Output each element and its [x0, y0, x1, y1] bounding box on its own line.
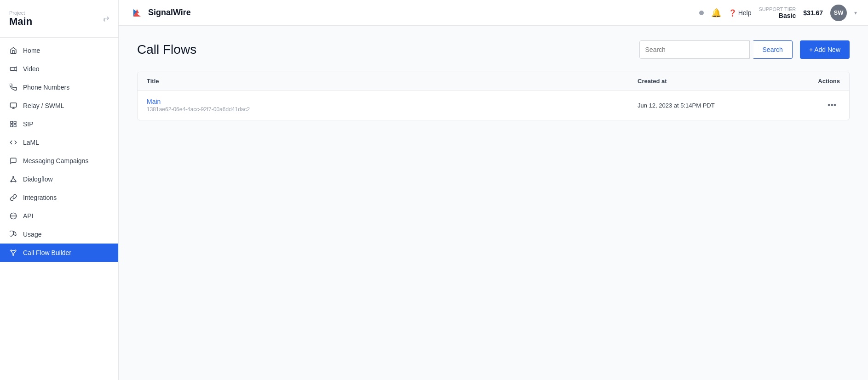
column-actions: Actions	[785, 78, 840, 85]
signalwire-logo-svg	[130, 6, 144, 20]
switch-project-icon[interactable]: ⇄	[103, 14, 109, 23]
sidebar-item-phone-numbers[interactable]: Phone Numbers	[0, 78, 118, 96]
table-header: Title Created at Actions	[138, 72, 849, 91]
table-row: Main 1381ae62-06e4-4acc-92f7-00a6dd41dac…	[138, 91, 849, 120]
header-actions: Search + Add New	[639, 40, 850, 59]
svg-rect-8	[14, 125, 16, 127]
help-circle-icon: ❓	[729, 9, 736, 17]
integrations-icon	[9, 193, 17, 202]
svg-point-17	[13, 254, 14, 255]
sidebar-item-sip[interactable]: SIP	[0, 115, 118, 133]
svg-rect-0	[10, 68, 15, 71]
sidebar-item-call-flow-builder[interactable]: Call Flow Builder	[0, 244, 118, 262]
row-title-cell: Main 1381ae62-06e4-4acc-92f7-00a6dd41dac…	[147, 98, 638, 113]
sidebar-item-dialogflow[interactable]: Dialogflow	[0, 170, 118, 188]
sidebar-item-label: Relay / SWML	[23, 102, 64, 109]
sidebar-item-label: SIP	[23, 120, 34, 128]
svg-marker-1	[15, 67, 17, 71]
row-actions: •••	[785, 99, 840, 112]
search-input-wrap	[639, 40, 750, 59]
main-area: SignalWire 🔔 ❓ Help SUPPORT TIER Basic $…	[119, 0, 868, 380]
sidebar-item-label: Call Flow Builder	[23, 249, 71, 256]
sidebar-item-label: Video	[23, 65, 40, 73]
page-title: Call Flows	[137, 42, 196, 57]
sidebar-item-video[interactable]: Video	[0, 60, 118, 78]
home-icon	[9, 46, 17, 55]
svg-line-13	[13, 178, 16, 181]
project-info: Project Main	[9, 10, 32, 28]
sidebar-item-label: Usage	[23, 231, 41, 238]
svg-point-16	[15, 250, 16, 251]
svg-rect-2	[10, 103, 16, 107]
callflow-icon	[9, 249, 17, 257]
sidebar-item-label: Dialogflow	[23, 176, 53, 183]
project-label: Project	[9, 10, 32, 16]
svg-rect-5	[11, 121, 13, 124]
sidebar-item-label: API	[23, 212, 34, 220]
topbar-right: 🔔 ❓ Help SUPPORT TIER Basic $31.67 SW ▾	[699, 5, 857, 21]
api-icon	[9, 212, 17, 220]
status-indicator	[699, 11, 704, 15]
content-area: Call Flows Search + Add New Title Create…	[119, 26, 868, 380]
sidebar-nav: Home Video Phone Numbers	[0, 38, 118, 380]
dialogflow-icon	[9, 175, 17, 183]
sidebar-item-label: Messaging Campaigns	[23, 157, 88, 164]
video-icon	[9, 65, 17, 73]
row-more-button[interactable]: •••	[824, 99, 840, 112]
sidebar-item-usage[interactable]: Usage	[0, 225, 118, 244]
sidebar-item-relay-swml[interactable]: Relay / SWML	[0, 96, 118, 115]
usage-icon	[9, 230, 17, 238]
flow-subtitle: 1381ae62-06e4-4acc-92f7-00a6dd41dac2	[147, 106, 638, 113]
support-tier-label: SUPPORT TIER	[759, 6, 796, 12]
avatar[interactable]: SW	[830, 5, 847, 21]
sip-icon	[9, 120, 17, 128]
svg-rect-7	[11, 125, 13, 127]
sidebar-header: Project Main ⇄	[0, 0, 118, 38]
support-tier: Basic	[779, 12, 796, 19]
search-input[interactable]	[645, 46, 744, 53]
chevron-down-icon[interactable]: ▾	[854, 10, 857, 16]
sidebar-item-api[interactable]: API	[0, 207, 118, 225]
notifications-icon[interactable]: 🔔	[711, 8, 721, 18]
topbar: SignalWire 🔔 ❓ Help SUPPORT TIER Basic $…	[119, 0, 868, 26]
relay-icon	[9, 102, 17, 110]
page-header: Call Flows Search + Add New	[137, 40, 850, 59]
sidebar-item-label: Phone Numbers	[23, 84, 69, 91]
column-title: Title	[147, 78, 638, 85]
row-created-at: Jun 12, 2023 at 5:14PM PDT	[638, 102, 785, 109]
brand-name: SignalWire	[148, 8, 191, 17]
add-new-button[interactable]: + Add New	[800, 40, 850, 59]
help-label: Help	[738, 9, 752, 17]
sidebar-item-label: Home	[23, 47, 40, 54]
sidebar-item-messaging-campaigns[interactable]: Messaging Campaigns	[0, 152, 118, 170]
svg-line-12	[11, 178, 13, 181]
phone-icon	[9, 83, 17, 91]
brand-logo: SignalWire	[130, 6, 191, 20]
svg-line-19	[11, 251, 13, 255]
sidebar-item-laml[interactable]: LaML	[0, 133, 118, 152]
sidebar-item-label: LaML	[23, 139, 39, 146]
sidebar: Project Main ⇄ Home Video	[0, 0, 119, 380]
svg-point-9	[13, 176, 14, 178]
column-created-at: Created at	[638, 78, 785, 85]
sidebar-item-integrations[interactable]: Integrations	[0, 188, 118, 207]
project-name: Main	[9, 16, 32, 28]
sidebar-item-home[interactable]: Home	[0, 41, 118, 60]
call-flows-table: Title Created at Actions Main 1381ae62-0…	[137, 72, 850, 120]
svg-line-20	[13, 251, 16, 255]
balance: $31.67	[803, 9, 823, 17]
svg-point-15	[11, 250, 12, 251]
flow-title-link[interactable]: Main	[147, 98, 638, 105]
support-info: SUPPORT TIER Basic	[759, 6, 796, 19]
sidebar-item-label: Integrations	[23, 194, 57, 201]
svg-rect-6	[14, 121, 16, 124]
search-button[interactable]: Search	[753, 40, 793, 59]
message-icon	[9, 157, 17, 165]
code-icon	[9, 138, 17, 147]
avatar-initials: SW	[834, 9, 844, 16]
help-button[interactable]: ❓ Help	[729, 9, 752, 17]
